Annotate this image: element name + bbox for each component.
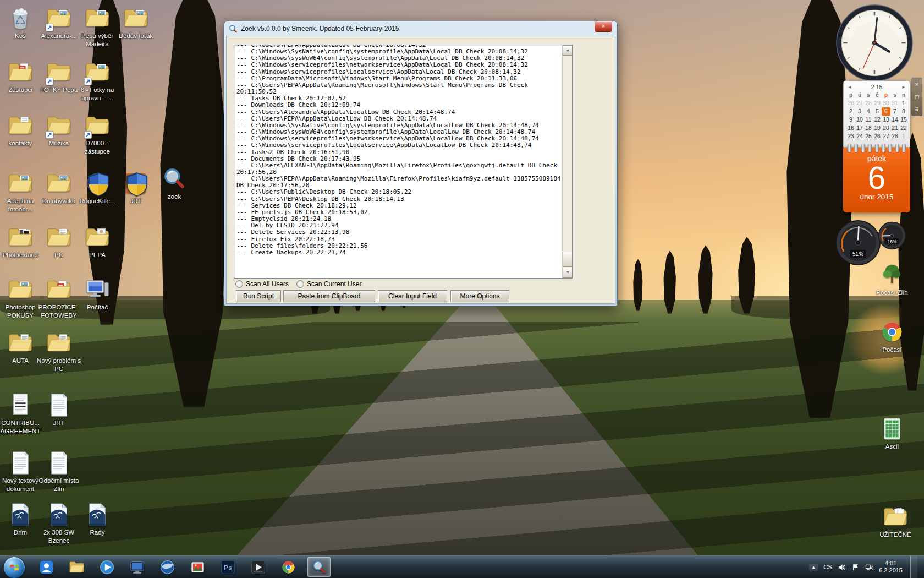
gadget-controls: × ◳ ⠿ xyxy=(911,77,923,117)
taskbar-app-chrome[interactable] xyxy=(277,558,299,576)
scroll-up-icon[interactable]: ▲ xyxy=(563,45,573,56)
desktop-icon-po-as[interactable]: Počasí xyxy=(867,319,917,354)
calendar-day-cell[interactable]: 28 xyxy=(890,132,899,140)
calendar-day-cell[interactable]: 22 xyxy=(899,124,908,132)
jrt-icon xyxy=(123,171,148,196)
desktop-icon-d7000-z-stupce[interactable]: D7000 – zástupce xyxy=(72,113,123,156)
calendar-day-cell[interactable]: 27 xyxy=(855,99,864,107)
close-button[interactable]: × xyxy=(595,21,612,32)
taskbar-app-messenger[interactable] xyxy=(35,558,57,576)
taskbar-app-photo-viewer[interactable] xyxy=(186,558,208,576)
scroll-thumb[interactable] xyxy=(563,252,573,267)
desktop-icon-odb-rn-m-sta-zl-n[interactable]: Odběrní místa Zlín xyxy=(34,450,84,493)
desktop-icon-rady[interactable]: Rady xyxy=(72,502,123,537)
hidden-icons-icon[interactable]: ▲ xyxy=(809,564,818,571)
taskbar-app-explorer[interactable] xyxy=(65,558,87,576)
scan-current-user-label: Scan Current User xyxy=(307,280,361,288)
calendar-day-cell[interactable]: 6 xyxy=(882,107,890,116)
gadget-close-icon[interactable]: × xyxy=(915,81,919,88)
cpu-meter-gadget[interactable]: 51% xyxy=(835,220,881,266)
calendar-next-icon[interactable]: ► xyxy=(901,85,906,90)
calendar-day-cell[interactable]: 18 xyxy=(864,124,873,132)
calendar-day-cell[interactable]: 21 xyxy=(890,124,899,132)
show-desktop-button[interactable] xyxy=(910,556,917,578)
calendar-day-cell[interactable]: 9 xyxy=(846,116,855,124)
calendar-gadget[interactable]: ◄ 2 15 ► púsčpsn 26272829303112345678910… xyxy=(843,80,910,212)
zoek-titlebar[interactable]: Zoek v5.0.0.0 by Smeenk. Updated 05-Febr… xyxy=(224,21,617,36)
desktop-icon-jrt[interactable]: JRT xyxy=(34,392,84,427)
desktop-icon-po-ta[interactable]: Počítač xyxy=(72,277,123,312)
ram-meter-gadget[interactable]: 16% xyxy=(878,221,906,250)
action-center-flag-icon[interactable] xyxy=(851,563,860,571)
calendar-day-cell[interactable]: 12 xyxy=(873,116,882,124)
gadget-size-icon[interactable]: ◳ xyxy=(915,95,920,100)
calendar-day-cell[interactable]: 31 xyxy=(890,99,899,107)
network-icon[interactable] xyxy=(865,563,873,571)
clock-gadget[interactable] xyxy=(835,3,914,83)
desktop-icon-d-d-v-fo-k[interactable]: Dědův foťák xyxy=(111,6,161,40)
gadget-drag-icon[interactable]: ⠿ xyxy=(915,107,919,112)
scan-current-user-radio[interactable]: Scan Current User xyxy=(296,280,361,288)
calendar-day-cell[interactable]: 17 xyxy=(855,124,864,132)
calendar-day-cell[interactable]: 20 xyxy=(882,124,890,132)
calendar-day-cell[interactable]: 1 xyxy=(899,132,908,140)
calendar-day-cell[interactable]: 23 xyxy=(846,132,855,140)
calendar-day-cell[interactable]: 8 xyxy=(899,107,908,116)
calendar-prev-icon[interactable]: ◄ xyxy=(848,85,852,90)
document-icon xyxy=(8,392,33,418)
calendar-day-cell[interactable]: 2 xyxy=(846,107,855,116)
tray-clock[interactable]: 4:01 6.2.2015 xyxy=(879,560,903,574)
calendar-day-cell[interactable]: 14 xyxy=(890,116,899,124)
calendar-day-cell[interactable]: 26 xyxy=(846,99,855,107)
volume-icon[interactable] xyxy=(838,563,846,571)
desktop-icon-label: Ascii xyxy=(867,443,917,451)
calendar-day-cell[interactable]: 7 xyxy=(890,107,899,116)
calendar-day-cell[interactable]: 19 xyxy=(873,124,882,132)
calendar-day-cell[interactable]: 16 xyxy=(846,124,855,132)
taskbar-app-media-player-classic[interactable] xyxy=(247,558,269,576)
scan-all-users-radio[interactable]: Scan All Users xyxy=(235,280,289,288)
calendar-day-cell[interactable]: 3 xyxy=(855,107,864,116)
taskbar-app-photoshop[interactable]: Ps xyxy=(217,558,239,576)
calendar-day-cell[interactable]: 1 xyxy=(899,99,908,107)
more-options-button[interactable]: More Options xyxy=(450,290,509,302)
oo-doc-icon xyxy=(8,502,33,527)
desktop-icon-pepa[interactable]: PEPA xyxy=(72,225,123,259)
clear-input-field-button[interactable]: Clear Input Field xyxy=(378,290,447,302)
desktop-icon-6-fotky-na-pravu[interactable]: 6 - Fotky na úpravu – ... xyxy=(72,59,123,102)
calendar-day-cell[interactable]: 4 xyxy=(864,107,873,116)
calendar-day-cell[interactable]: 13 xyxy=(882,116,890,124)
calendar-day-cell[interactable]: 27 xyxy=(882,132,890,140)
run-script-button[interactable]: Run Script xyxy=(236,290,281,302)
scroll-down-icon[interactable]: ▼ xyxy=(563,268,573,278)
ram-meter-value: 16% xyxy=(887,239,897,244)
desktop-icon-zoek[interactable]: zoek xyxy=(149,166,200,201)
calendar-week-row: 2627282930311 xyxy=(846,99,907,107)
calendar-day-cell[interactable]: 26 xyxy=(873,132,882,140)
desktop-icon-po-as-zl-n[interactable]: Počasí Zlín xyxy=(867,262,917,297)
calendar-day-cell[interactable]: 28 xyxy=(864,99,873,107)
desktop-icon-u-ite-n[interactable]: UŽITEČNÉ xyxy=(870,504,921,539)
calendar-day-cell[interactable]: 11 xyxy=(864,116,873,124)
calendar-day-cell[interactable]: 25 xyxy=(864,132,873,140)
calendar-header: 2 15 xyxy=(871,84,882,90)
desktop-icon-ascii[interactable]: Ascii xyxy=(867,416,917,451)
language-indicator[interactable]: CS xyxy=(823,564,832,570)
taskbar-app-remote-screen[interactable] xyxy=(126,558,148,576)
desktop-icon-nov-probl-m-s-pc[interactable]: Nový problém s PC xyxy=(34,330,84,373)
calendar-day-cell[interactable]: 29 xyxy=(873,99,882,107)
taskbar-app-google-earth[interactable] xyxy=(156,558,178,576)
system-tray: ▲ CS 4:01 6.2.2015 xyxy=(809,556,924,578)
calendar-day-cell[interactable]: 5 xyxy=(873,107,882,116)
taskbar-app-zoek[interactable] xyxy=(307,557,331,577)
log-scrollbar[interactable]: ▲ ▼ xyxy=(562,45,572,278)
calendar-day-cell[interactable]: 30 xyxy=(882,99,890,107)
start-button[interactable] xyxy=(3,557,25,578)
log-line: --- C:\Users\ALEXAN~1\AppData\Roaming\Mo… xyxy=(237,162,560,169)
calendar-day-cell[interactable]: 15 xyxy=(899,116,908,124)
paste-from-clipboard-button[interactable]: Paste from ClipBoard xyxy=(283,290,375,302)
calendar-day-cell[interactable]: 24 xyxy=(855,132,864,140)
taskbar-app-media-player[interactable] xyxy=(96,558,118,576)
log-textbox[interactable]: --- C:\Users\PEPA\AppData\Local DB Check… xyxy=(234,45,573,279)
calendar-day-cell[interactable]: 10 xyxy=(855,116,864,124)
